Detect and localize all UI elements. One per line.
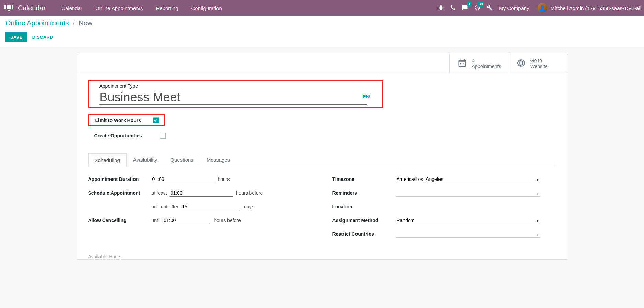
discard-button[interactable]: DISCARD [32,35,53,40]
duration-unit: hours [218,176,230,182]
reminders-select[interactable] [396,189,540,197]
tab-availability[interactable]: Availability [127,153,164,167]
save-button[interactable]: SAVE [5,32,27,42]
stat-website[interactable]: Go to Website [509,54,567,73]
breadcrumb: Online Appointments / New [5,19,639,27]
restrict-select[interactable] [396,231,540,238]
create-opportunities-row: Create Opportunities [94,133,556,139]
timezone-select[interactable] [396,176,540,183]
tab-content-scheduling: Appointment Duration hours Schedule Appo… [88,167,556,250]
checkbox-zone: Limit to Work Hours Create Opportunities [77,110,567,139]
appointment-type-input[interactable] [99,90,367,105]
stat-appointments[interactable]: 0 Appointments [449,54,509,73]
assignment-label: Assignment Method [332,218,396,223]
nav-reporting[interactable]: Reporting [150,1,184,15]
title-block: Appointment Type EN [77,73,567,110]
messages-icon[interactable]: 1 [462,4,468,12]
at-least-suffix: hours before [236,190,263,196]
top-nav: Calendar Calendar Online Appointments Re… [0,0,644,16]
breadcrumb-parent[interactable]: Online Appointments [5,19,69,27]
timezone-label: Timezone [332,176,396,182]
globe-icon [517,59,526,69]
breadcrumb-current: New [79,19,92,27]
tools-icon[interactable] [487,4,493,12]
appointment-type-label: Appointment Type [99,83,379,89]
nav-calendar[interactable]: Calendar [55,1,89,15]
not-after-prefix: and not after [152,204,179,209]
reminders-label: Reminders [332,190,396,196]
bug-icon[interactable] [438,4,444,12]
content-area: 0 Appointments Go to Website Appointment… [0,47,644,273]
user-menu[interactable]: 👤 Mitchell Admin (17915358-saas-15-2-all [538,3,641,13]
scheduling-left-col: Appointment Duration hours Schedule Appo… [88,174,312,242]
stat-button-box: 0 Appointments Go to Website [77,54,567,73]
messages-badge: 1 [467,2,472,7]
form-sheet: 0 Appointments Go to Website Appointment… [77,54,567,260]
not-after-input[interactable] [181,203,241,210]
cancel-input[interactable] [163,217,211,224]
tab-scheduling[interactable]: Scheduling [88,153,127,167]
not-after-suffix: days [244,204,254,209]
limit-work-hours-checkbox[interactable] [153,117,159,123]
limit-work-hours-label: Limit to Work Hours [95,118,141,123]
nav-items: Calendar Online Appointments Reporting C… [55,1,228,15]
activities-icon[interactable]: 39 [474,4,480,12]
control-bar: Online Appointments / New SAVE DISCARD [0,16,644,47]
schedule-label: Schedule Appointment [88,190,152,196]
appointment-type-highlight: Appointment Type EN [88,80,383,108]
stat-appointments-count: 0 [472,58,501,64]
assignment-select[interactable] [396,217,540,224]
calendar-icon [457,58,467,69]
tab-messages[interactable]: Messages [200,153,236,167]
stat-appointments-label: Appointments [472,64,501,70]
restrict-label: Restrict Countries [332,231,396,237]
at-least-prefix: at least [152,190,167,196]
cancel-label: Allow Cancelling [88,218,152,223]
company-switcher[interactable]: My Company [499,5,529,11]
systray: 1 39 My Company 👤 Mitchell Admin (179153… [438,3,641,13]
location-label: Location [332,204,396,209]
phone-icon[interactable] [450,5,456,11]
actions-row: SAVE DISCARD [5,32,639,47]
cancel-prefix: until [152,218,161,223]
scheduling-right-col: Timezone ▼ Reminders ▼ [332,174,556,242]
create-opportunities-checkbox[interactable] [160,133,166,139]
nav-configuration[interactable]: Configuration [185,1,228,15]
user-name: Mitchell Admin (17915358-saas-15-2-all [551,5,641,11]
create-opportunities-label: Create Opportunities [94,133,153,138]
user-avatar-icon: 👤 [538,3,547,13]
nav-online-appointments[interactable]: Online Appointments [89,1,149,15]
stat-website-line1: Go to [530,58,548,64]
tab-questions[interactable]: Questions [164,153,200,167]
activities-badge: 39 [477,2,484,7]
available-hours-label: Available Hours [77,250,567,259]
apps-icon[interactable] [4,3,14,13]
language-badge[interactable]: EN [363,94,370,99]
duration-label: Appointment Duration [88,176,152,182]
cancel-suffix: hours before [214,218,241,223]
duration-input[interactable] [152,176,215,183]
tabs-wrap: Scheduling Availability Questions Messag… [77,144,567,250]
limit-work-hours-highlight: Limit to Work Hours [88,114,165,126]
brand-name[interactable]: Calendar [18,4,46,12]
at-least-input[interactable] [170,189,233,197]
stat-website-line2: Website [530,64,548,70]
tabs: Scheduling Availability Questions Messag… [88,153,556,167]
